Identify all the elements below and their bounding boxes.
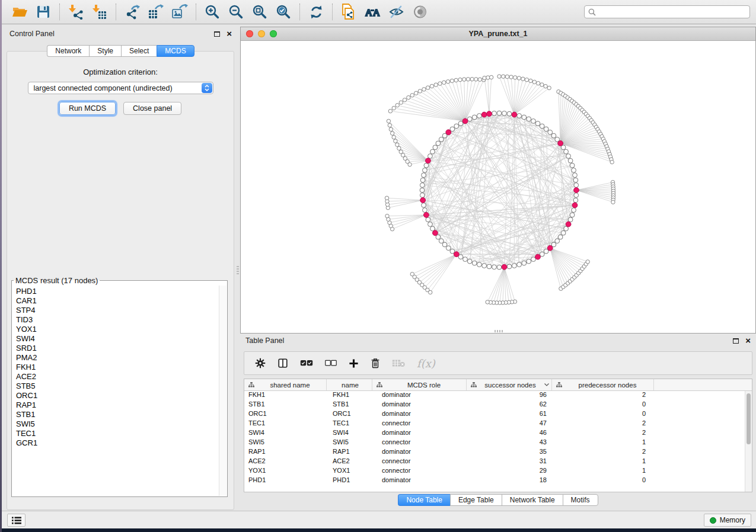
cell-shared-name[interactable]: TEC1 xyxy=(244,419,327,429)
refresh-button[interactable] xyxy=(304,2,328,22)
cell-predecessor-nodes[interactable]: 0 xyxy=(552,476,654,486)
cell-shared-name[interactable]: RAP1 xyxy=(244,448,327,457)
hide-details-button[interactable] xyxy=(384,2,408,22)
maximize-window-icon[interactable] xyxy=(270,30,277,37)
add-column-button[interactable] xyxy=(349,358,359,368)
tab-style[interactable]: Style xyxy=(89,45,121,57)
mcds-result-item[interactable]: YOX1 xyxy=(16,325,218,334)
cell-predecessor-nodes[interactable]: 1 xyxy=(552,438,654,448)
cell-name[interactable]: ORC1 xyxy=(327,410,372,419)
close-panel-icon[interactable]: × xyxy=(745,338,751,344)
cell-successor-nodes[interactable]: 43 xyxy=(467,438,552,448)
cell-shared-name[interactable]: ORC1 xyxy=(244,410,327,419)
panel-splitter-grip[interactable] xyxy=(237,266,239,275)
result-list-scrollbar[interactable] xyxy=(219,286,227,496)
export-network-button[interactable] xyxy=(120,2,144,22)
cell-MCDS-role[interactable]: connector xyxy=(372,438,467,448)
run-mcds-button[interactable]: Run MCDS xyxy=(59,102,116,115)
node-table-row[interactable]: RAP1RAP1dominator352 xyxy=(244,448,752,457)
zoom-in-button[interactable] xyxy=(200,2,224,22)
cell-predecessor-nodes[interactable]: 2 xyxy=(552,429,654,438)
cell-shared-name[interactable]: PHD1 xyxy=(244,476,327,486)
cell-MCDS-role[interactable]: dominator xyxy=(372,400,467,410)
mcds-result-item[interactable]: TEC1 xyxy=(16,429,218,438)
cell-name[interactable]: ACE2 xyxy=(327,457,372,467)
network-graph[interactable] xyxy=(241,41,755,334)
show-details-button[interactable] xyxy=(408,2,432,22)
float-panel-icon[interactable] xyxy=(214,31,220,37)
cell-successor-nodes[interactable]: 35 xyxy=(467,448,552,457)
tab-node-table[interactable]: Node Table xyxy=(398,494,450,506)
export-image-button[interactable] xyxy=(168,2,192,22)
cell-predecessor-nodes[interactable]: 2 xyxy=(552,419,654,429)
node-table-row[interactable]: SWI5SWI5connector431 xyxy=(244,438,752,448)
cell-successor-nodes[interactable]: 31 xyxy=(467,457,552,467)
cell-MCDS-role[interactable]: dominator xyxy=(372,410,467,419)
open-folder-button[interactable] xyxy=(8,2,31,22)
cell-name[interactable]: SWI5 xyxy=(327,438,372,448)
tab-mcds[interactable]: MCDS xyxy=(157,45,194,57)
cell-shared-name[interactable]: STB1 xyxy=(244,400,327,410)
cell-predecessor-nodes[interactable]: 1 xyxy=(552,457,654,467)
mcds-result-item[interactable]: SWI4 xyxy=(16,334,218,344)
save-button[interactable] xyxy=(31,2,55,22)
search-input[interactable] xyxy=(599,8,746,16)
column-header-MCDS-role[interactable]: MCDS role xyxy=(372,379,467,390)
cell-shared-name[interactable]: YOX1 xyxy=(244,467,327,476)
table-scrollbar-thumb[interactable] xyxy=(747,393,751,444)
cell-successor-nodes[interactable]: 47 xyxy=(467,419,552,429)
mcds-result-item[interactable]: STB1 xyxy=(16,410,218,419)
tab-select[interactable]: Select xyxy=(121,45,157,57)
node-table-row[interactable]: YOX1YOX1connector291 xyxy=(244,467,752,476)
panel-splitter-grip[interactable] xyxy=(495,330,504,332)
node-table-row[interactable]: ORC1ORC1dominator610 xyxy=(244,410,752,419)
cell-name[interactable]: YOX1 xyxy=(327,467,372,476)
zoom-out-button[interactable] xyxy=(224,2,248,22)
close-panel-icon[interactable]: × xyxy=(227,31,232,37)
cell-MCDS-role[interactable]: dominator xyxy=(372,448,467,457)
tab-motifs[interactable]: Motifs xyxy=(563,494,598,506)
optimization-criterion-select[interactable]: largest connected component (undirected) xyxy=(28,82,213,94)
node-table-row[interactable]: SWI4SWI4dominator462 xyxy=(244,429,752,438)
tab-network-table[interactable]: Network Table xyxy=(502,494,563,506)
cell-successor-nodes[interactable]: 96 xyxy=(467,391,552,400)
import-network-button[interactable] xyxy=(64,2,88,22)
column-header-shared-name[interactable]: shared name xyxy=(244,379,327,390)
mcds-result-item[interactable]: GCR1 xyxy=(16,438,218,448)
select-all-button[interactable] xyxy=(300,359,313,367)
mcds-result-item[interactable]: CAR1 xyxy=(16,296,218,306)
mcds-result-item[interactable]: FKH1 xyxy=(16,363,218,372)
zoom-selected-button[interactable] xyxy=(272,2,295,22)
memory-button[interactable]: Memory xyxy=(704,514,751,527)
cell-predecessor-nodes[interactable]: 0 xyxy=(552,400,654,410)
cell-name[interactable]: STB1 xyxy=(327,400,372,410)
clone-network-button[interactable] xyxy=(337,2,361,22)
cell-shared-name[interactable]: ACE2 xyxy=(244,457,327,467)
cell-shared-name[interactable]: FKH1 xyxy=(244,391,327,400)
mcds-result-item[interactable]: PHD1 xyxy=(16,287,218,296)
deselect-all-button[interactable] xyxy=(325,360,337,367)
tab-network[interactable]: Network xyxy=(47,45,89,57)
cell-shared-name[interactable]: SWI4 xyxy=(244,429,327,438)
cell-shared-name[interactable]: SWI5 xyxy=(244,438,327,448)
task-history-button[interactable] xyxy=(7,514,25,527)
export-table-button[interactable] xyxy=(144,2,168,22)
cell-name[interactable]: PHD1 xyxy=(327,476,372,486)
node-table-row[interactable]: FKH1FKH1dominator962 xyxy=(244,391,752,400)
mcds-result-item[interactable]: ACE2 xyxy=(16,372,218,382)
cell-successor-nodes[interactable]: 29 xyxy=(467,467,552,476)
mcds-result-item[interactable]: TID3 xyxy=(16,315,218,325)
show-columns-button[interactable] xyxy=(277,358,288,368)
mcds-result-item[interactable]: PMA2 xyxy=(16,353,218,363)
close-panel-button[interactable]: Close panel xyxy=(123,102,181,115)
network-canvas[interactable] xyxy=(241,41,755,333)
cell-MCDS-role[interactable]: dominator xyxy=(372,476,467,486)
cell-MCDS-role[interactable]: connector xyxy=(372,467,467,476)
cell-predecessor-nodes[interactable]: 0 xyxy=(552,410,654,419)
cell-successor-nodes[interactable]: 62 xyxy=(467,400,552,410)
mcds-result-item[interactable]: STP4 xyxy=(16,306,218,315)
cell-MCDS-role[interactable]: connector xyxy=(372,419,467,429)
cell-successor-nodes[interactable]: 18 xyxy=(467,476,552,486)
mcds-result-item[interactable]: SRD1 xyxy=(16,344,218,353)
close-window-icon[interactable] xyxy=(246,30,253,37)
